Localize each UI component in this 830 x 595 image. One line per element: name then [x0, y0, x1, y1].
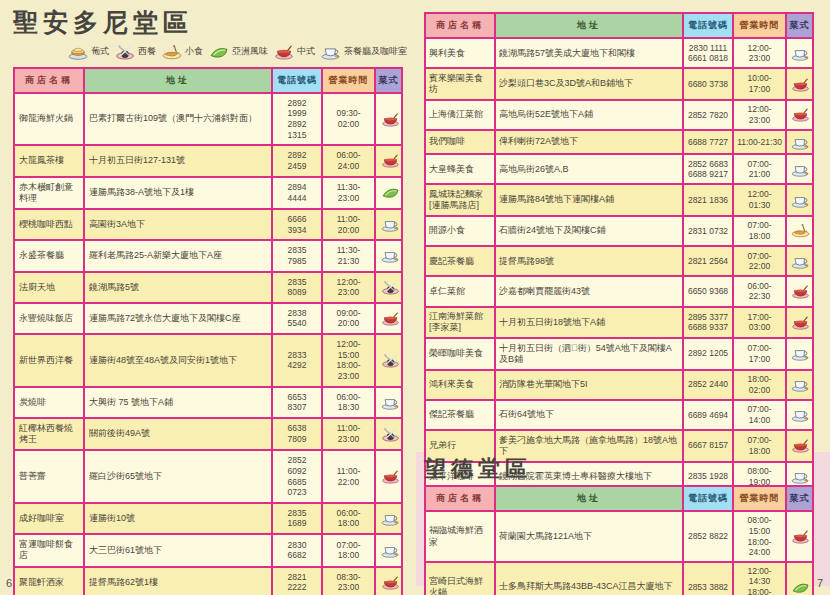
cafe-icon	[380, 217, 401, 232]
table-header-row: 商店名稱 地址 電話號碼 營業時間 菜式	[14, 68, 402, 93]
phone-cell: 6689 4694	[683, 400, 733, 430]
snack-icon	[161, 44, 183, 60]
cuisine-cell	[375, 272, 402, 303]
table-row: 富運咖啡餅食店 大三巴街61號地下 2830 6682 07:00-18:00	[14, 534, 402, 567]
hours-cell: 07:00-18:00	[733, 216, 786, 246]
table-row: 永豐燒味飯店 連勝馬路72號永信大廈地下及閣樓C座 2838 5540 09:0…	[14, 303, 402, 334]
cuisine-cell	[375, 503, 402, 534]
cafe-icon	[790, 46, 811, 61]
shop-name-cell: 興利美食	[425, 38, 495, 68]
phone-cell: 2853 3882	[683, 562, 733, 595]
cafe-icon	[380, 248, 401, 263]
chinese-icon	[380, 112, 401, 127]
cuisine-cell	[375, 93, 402, 146]
address-cell: 連勝街48號至48A號及同安街1號地下	[84, 334, 272, 387]
hours-cell: 12:00-15:00 18:00-23:00	[322, 334, 375, 387]
phone-cell: 2892 1205	[683, 338, 733, 370]
col-header-cuisine: 菜式	[786, 13, 813, 38]
asian-icon	[208, 44, 230, 60]
shop-name-cell: 鴻利來美食	[425, 370, 495, 400]
hours-cell: 18:00-02:00	[733, 370, 786, 400]
cuisine-cell	[786, 370, 813, 400]
shop-name-cell: 永豐燒味飯店	[14, 303, 84, 334]
legend-label: 亞洲風味	[232, 45, 268, 58]
phone-cell: 2852 7820	[683, 100, 733, 130]
western-icon	[380, 353, 401, 368]
table-row: 開源小食 石牆街24號地下及閣樓C鋪 2831 0732 07:00-18:00	[425, 216, 813, 246]
legend-label: 中式	[297, 45, 315, 58]
cafe-icon	[790, 377, 811, 392]
address-cell: 提督馬路62號1樓	[84, 567, 272, 595]
shop-name-cell: 開源小食	[425, 216, 495, 246]
table-row: 紅椰林西餐燒烤王 關前後街49A號 6638 7809 11:00-23:00	[14, 418, 402, 451]
hours-cell: 11:30-21:30	[322, 240, 375, 271]
hours-cell: 09:30-02:00	[322, 93, 375, 146]
table-row: 興利美食 鏡湖馬路57號美成大廈地下和閣樓 2830 1111 6661 081…	[425, 38, 813, 68]
table-row: 櫻桃咖啡西點 高園街3A地下 6666 3934 11:00-20:00	[14, 209, 402, 240]
legend-item: 茶餐廳及咖啡室	[320, 44, 407, 60]
cuisine-cell	[375, 145, 402, 176]
shop-name-cell: 宮崎日式海鮮火鍋	[425, 562, 495, 595]
legend-item: 西餐	[114, 44, 156, 60]
chinese-icon	[380, 575, 401, 590]
hours-cell: 07:00-18:00	[322, 534, 375, 567]
western-icon	[380, 280, 401, 295]
asian-icon	[790, 580, 811, 595]
chinese-icon	[790, 284, 811, 299]
address-cell: 高園街3A地下	[84, 209, 272, 240]
col-header-shop-name: 商店名稱	[425, 13, 495, 38]
restaurant-table-sao-lazaro: 商店名稱 地址 電話號碼 營業時間 菜式 福臨城海鮮酒家 荷蘭園大馬路121A地…	[424, 485, 814, 595]
shop-name-cell: 江南海鮮菜館[李家菜]	[425, 307, 495, 339]
cuisine-cell	[786, 154, 813, 184]
table-row: 宮崎日式海鮮火鍋 士多鳥拜斯大馬路43BB-43CA江昌大廈地下 2853 38…	[425, 562, 813, 595]
shop-name-cell: 大皇蜂美食	[425, 154, 495, 184]
col-header-address: 地址	[84, 68, 272, 93]
cuisine-legend: 葡式 西餐 小食 亞洲風味 中式	[67, 44, 405, 60]
phone-cell: 2835 8089	[272, 272, 322, 303]
hours-cell: 17:00-03:00	[733, 307, 786, 339]
shop-name-cell: 櫻桃咖啡西點	[14, 209, 84, 240]
cuisine-cell	[375, 177, 402, 210]
phone-cell: 2835 1689	[272, 503, 322, 534]
cuisine-cell	[786, 216, 813, 246]
phone-cell: 2833 4292	[272, 334, 322, 387]
restaurant-table-left: 商店名稱 地址 電話號碼 營業時間 菜式 御龍海鮮火鍋 巴素打爾古街109號（澳…	[13, 67, 403, 595]
shop-name-cell: 榮暉咖啡美食	[425, 338, 495, 370]
table-row: 御龍海鮮火鍋 巴素打爾古街109號（澳門十六浦斜對面） 2892 1999 28…	[14, 93, 402, 146]
phone-cell: 6680 3738	[683, 68, 733, 100]
address-cell: 石牆街24號地下及閣樓C鋪	[495, 216, 683, 246]
legend-label: 小食	[185, 45, 203, 58]
col-header-hours: 營業時間	[733, 13, 786, 38]
district-title-santo-antonio: 聖安多尼堂區	[13, 8, 405, 37]
address-cell: 大三巴街61號地下	[84, 534, 272, 567]
chinese-icon	[273, 44, 295, 60]
address-cell: 連勝街10號	[84, 503, 272, 534]
table-row: 新世界西洋餐 連勝街48號至48A號及同安街1號地下 2833 4292 12:…	[14, 334, 402, 387]
address-cell: 羅利老馬路25-A新樂大廈地下A座	[84, 240, 272, 271]
address-cell: 消防隊巷光華閣地下5I	[495, 370, 683, 400]
table-row: 我們咖啡 俾利喇街72A號地下 6688 7727 11:00-21:30	[425, 130, 813, 154]
table-row: 慶記茶餐廳 提督馬路98號 2821 2564 07:00-22:00	[425, 246, 813, 276]
address-cell: 提督馬路98號	[495, 246, 683, 276]
cafe-icon	[790, 193, 811, 208]
hours-cell: 07:00-14:00	[733, 400, 786, 430]
address-cell: 石街64號地下	[495, 400, 683, 430]
cafe-icon	[790, 254, 811, 269]
shop-name-cell: 卓仁菜館	[425, 276, 495, 306]
western-icon	[114, 44, 136, 60]
chinese-icon	[790, 107, 811, 122]
table-row: 福臨城海鮮酒家 荷蘭園大馬路121A地下 2852 8822 08:00-15:…	[425, 511, 813, 562]
chinese-icon	[380, 311, 401, 326]
cafe-icon	[790, 407, 811, 422]
phone-cell: 6653 8307	[272, 387, 322, 418]
shop-name-cell: 赤木横町創意料理	[14, 177, 84, 210]
address-cell: 羅白沙街65號地下	[84, 450, 272, 503]
cuisine-cell	[375, 418, 402, 451]
address-cell: 連勝馬路84號地下連閣樓A鋪	[495, 184, 683, 216]
table-row: 大皇蜂美食 高地烏街26號A,B 2852 6683 6688 9217 07:…	[425, 154, 813, 184]
table-row: 成好咖啡室 連勝街10號 2835 1689 06:00-18:00	[14, 503, 402, 534]
table-row: 卓仁菜館 沙嘉都喇賈罷麗街43號 6650 9368 06:00-22:30	[425, 276, 813, 306]
district-title-sao-lazaro: 望德堂區	[424, 456, 814, 481]
hours-cell: 11:30-23:00	[322, 177, 375, 210]
phone-cell: 2852 6683 6688 9217	[683, 154, 733, 184]
